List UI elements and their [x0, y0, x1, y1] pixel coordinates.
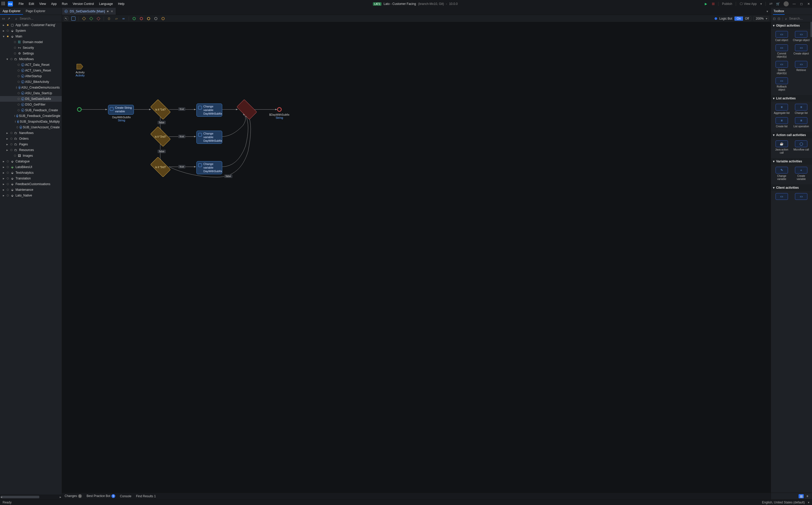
- tab-app-explorer[interactable]: App Explorer: [0, 8, 23, 15]
- tool-delete-objects[interactable]: ▭Delete object(s): [773, 61, 791, 75]
- tree-mf-3[interactable]: ▸ ASU_BikeActivity: [0, 79, 62, 85]
- tool-list-operation[interactable]: ≡List operation: [793, 117, 810, 128]
- tree-domain-model[interactable]: ⛓Domain model: [0, 39, 62, 45]
- link-icon[interactable]: ∞: [121, 16, 126, 21]
- view-app-dropdown[interactable]: ▾: [760, 2, 762, 6]
- decision-yellow-icon[interactable]: [82, 16, 86, 21]
- decision-1st[interactable]: is it *1st?: [151, 104, 169, 115]
- decision-3rd[interactable]: is it *3rd?: [151, 162, 169, 172]
- explorer-scrollbar-x[interactable]: ◂▸: [0, 495, 62, 499]
- doc-tab-active[interactable]: ▸ DS_SetDateSubfix [Main] ✕: [62, 8, 116, 15]
- tree-security[interactable]: 🗝Security: [0, 45, 62, 51]
- tree-catalogue[interactable]: ▸⬙Catalogue: [0, 159, 62, 164]
- menu-language[interactable]: Language: [96, 1, 115, 7]
- tree-system[interactable]: ▸⬙System: [0, 28, 62, 33]
- change-variable-3[interactable]: Change variable DayWithSubfix: [197, 161, 222, 174]
- merge[interactable]: [238, 104, 256, 115]
- create-variable-activity[interactable]: Create String variable: [108, 105, 134, 115]
- cart-icon[interactable]: 🛒: [776, 2, 780, 6]
- cat-list-activities[interactable]: ▾List activities: [771, 95, 812, 102]
- change-variable-2[interactable]: Change variable DayWithSubfix: [197, 131, 222, 144]
- tool-change-list[interactable]: ≡Change list: [793, 104, 810, 115]
- change-variable-1[interactable]: Change variable DayWithSubfix: [197, 104, 222, 117]
- avatar[interactable]: [784, 1, 789, 6]
- toolbox-search-input[interactable]: [789, 16, 812, 20]
- chevron-down-icon[interactable]: ▾: [808, 501, 809, 504]
- tool-client-1[interactable]: ▭: [773, 193, 791, 201]
- tree-mf-5[interactable]: ▸ ASU_Data_StartUp: [0, 91, 62, 96]
- run-button[interactable]: ▶: [704, 2, 708, 6]
- close-icon[interactable]: ✕: [111, 10, 113, 13]
- prev-panel-icon[interactable]: ◻: [773, 17, 776, 20]
- tool-change-variable[interactable]: ✎Change variable: [773, 167, 791, 181]
- window-close[interactable]: ✕: [807, 2, 810, 6]
- explorer-tree[interactable]: ▸▢App 'Lato - Customer Facing' ▸⬙System …: [0, 22, 62, 495]
- pointer-tool-icon[interactable]: ↖: [64, 16, 68, 21]
- tree-settings[interactable]: ⚙Settings: [0, 51, 62, 56]
- goto-icon[interactable]: ↗: [7, 17, 10, 20]
- tool-create-list[interactable]: ≡Create list: [773, 117, 791, 128]
- menu-version-control[interactable]: Version Control: [70, 1, 96, 7]
- tree-latobikesui[interactable]: ▸⬙LatoBikesUI: [0, 164, 62, 170]
- zoom-select[interactable]: 200%: [753, 16, 769, 21]
- tree-maintenance[interactable]: ▸⬙Maintenance: [0, 187, 62, 193]
- notifications-icon[interactable]: ⮂: [769, 2, 773, 6]
- mendix-logo[interactable]: mx: [8, 1, 13, 6]
- cat-action-call[interactable]: ▾Action call activities: [771, 132, 812, 138]
- tree-translation[interactable]: ▸⬙Translation: [0, 176, 62, 181]
- start-event[interactable]: [77, 107, 82, 112]
- next-panel-icon[interactable]: ◻: [778, 17, 780, 20]
- toolbox-scrollbar[interactable]: [810, 22, 812, 499]
- tree-microflows[interactable]: ▾🗀Microflows: [0, 56, 62, 62]
- cont-ev-icon[interactable]: [154, 16, 158, 21]
- toggle-on[interactable]: On: [734, 16, 743, 21]
- tab-changes[interactable]: Changes1: [65, 494, 82, 498]
- end-ev-icon[interactable]: [139, 16, 143, 21]
- menu-edit[interactable]: Edit: [26, 1, 37, 7]
- explorer-search-input[interactable]: [20, 16, 63, 20]
- err-ev-icon[interactable]: [146, 16, 151, 21]
- window-maximize[interactable]: ◻: [800, 2, 803, 6]
- tree-latonative[interactable]: ▸⬙Lato_Native: [0, 193, 62, 198]
- tabs-overflow[interactable]: ▾: [764, 10, 771, 13]
- stop-button[interactable]: [712, 3, 715, 5]
- status-language[interactable]: English, United States (default): [762, 501, 805, 504]
- tree-mf-4[interactable]: ▸ ASU_CreateDemoAccounts: [0, 85, 62, 91]
- tree-pages[interactable]: ▸🗀Pages: [0, 142, 62, 147]
- tree-mf-11[interactable]: ▸ SUB_UserAccount_Create: [0, 125, 62, 130]
- decision-2nd[interactable]: is it *2nd?: [151, 131, 169, 142]
- activity-palette-item[interactable]: [76, 63, 84, 70]
- tool-retrieve[interactable]: ▭Retrieve: [793, 61, 810, 75]
- tree-images[interactable]: 🖼Images: [0, 153, 62, 159]
- start-ev-icon[interactable]: [132, 16, 136, 21]
- decision-red-icon[interactable]: [96, 16, 101, 21]
- tree-nanoflows[interactable]: ▸🗀Nanoflows: [0, 130, 62, 136]
- break-ev-icon[interactable]: [161, 16, 165, 21]
- tree-mf-7[interactable]: ▸ DSO_GetFilter: [0, 102, 62, 108]
- tool-cast-object[interactable]: ▭Cast object: [773, 31, 791, 42]
- decision-green-icon[interactable]: [89, 16, 93, 21]
- tree-textanalytics[interactable]: ▸⬙TextAnalytics: [0, 170, 62, 176]
- menu-app[interactable]: App: [48, 1, 59, 7]
- tab-console[interactable]: Console: [120, 494, 131, 498]
- tree-mf-10[interactable]: ▸ SUB_SnapshotData_Multiply: [0, 119, 62, 125]
- microflow-canvas[interactable]: Activity Activity Create String variable…: [62, 22, 771, 493]
- tree-mf-2[interactable]: ▸ AfterStartup: [0, 73, 62, 79]
- tab-bpb[interactable]: Best Practice Bot9: [87, 494, 115, 498]
- tree-main[interactable]: ▾⬙Main: [0, 33, 62, 39]
- tool-rollback-object[interactable]: ▭Rollback object: [773, 77, 791, 92]
- rect-tool-icon[interactable]: [71, 16, 76, 21]
- tree-mf-1[interactable]: ▸ ACT_Users_Reset: [0, 68, 62, 73]
- tool-create-object[interactable]: ▭Create object: [793, 44, 810, 58]
- tree-mf-6[interactable]: ▸ DS_SetDateSubfix: [0, 96, 62, 102]
- tree-feedback[interactable]: ▸⬙FeedbackCustomisations: [0, 181, 62, 187]
- collapse-icon[interactable]: ▭: [2, 17, 5, 20]
- tool-create-variable[interactable]: ＋Create variable: [793, 167, 810, 181]
- tree-mf-8[interactable]: ▸ SUB_Feedback_Create: [0, 108, 62, 113]
- logic-bot-toggle[interactable]: On Off: [734, 16, 751, 21]
- tree-app[interactable]: ▸▢App 'Lato - Customer Facing': [0, 22, 62, 28]
- tree-mf-0[interactable]: ▸ ACT_Data_Reset: [0, 62, 62, 68]
- menu-view[interactable]: View: [37, 1, 48, 7]
- tool-client-2[interactable]: ▭: [793, 193, 810, 201]
- app-grid-icon[interactable]: [2, 2, 6, 6]
